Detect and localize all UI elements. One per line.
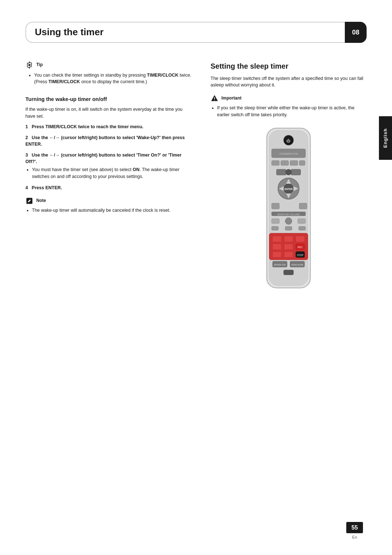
svg-text:MONITOR VOLUME: MONITOR VOLUME: [277, 213, 300, 215]
svg-rect-34: [273, 236, 281, 242]
important-header: Important: [211, 94, 367, 102]
important-content: If you set the sleep timer while either …: [211, 105, 367, 118]
svg-rect-35: [284, 236, 293, 242]
page-title: Using the timer: [35, 25, 357, 39]
svg-rect-41: [273, 251, 281, 257]
svg-point-2: [214, 100, 215, 101]
step-4-title: 4 Press ENTER.: [25, 185, 192, 191]
svg-rect-11: [290, 161, 298, 165]
svg-rect-30: [271, 226, 278, 230]
side-english-label: English: [379, 116, 392, 160]
header-bar: Using the timer 08: [25, 22, 367, 43]
svg-rect-23: [271, 203, 279, 209]
tip-box: Tip You can check the timer settings in …: [25, 61, 192, 86]
content-columns: Tip You can check the timer settings in …: [25, 61, 367, 290]
chapter-badge: 08: [345, 22, 367, 43]
right-column: Setting the sleep timer The sleep timer …: [211, 61, 367, 290]
note-content: The wake-up timer will automatically be …: [25, 207, 192, 214]
svg-rect-24: [299, 203, 307, 209]
svg-rect-9: [271, 161, 279, 165]
note-header: Note: [25, 197, 192, 205]
svg-text:ENTER: ENTER: [285, 188, 293, 190]
step-4: 4 Press ENTER.: [25, 185, 192, 191]
left-column: Tip You can check the timer settings in …: [25, 61, 192, 290]
page-language: En: [352, 535, 357, 540]
svg-text:⏻: ⏻: [287, 138, 291, 143]
wake-up-intro: If the wake-up timer is on, it will swit…: [25, 106, 192, 120]
note-icon: [25, 197, 33, 205]
svg-text:REC: REC: [298, 246, 303, 248]
sleep-intro: The sleep timer switches off the system …: [211, 75, 367, 89]
note-label: Note: [36, 198, 46, 204]
svg-rect-32: [299, 226, 306, 230]
tip-header: Tip: [25, 61, 192, 69]
step-2-title: 2 Use the ←/→ (cursor left/right) button…: [25, 134, 192, 147]
svg-rect-13: [277, 169, 286, 175]
page-footer: 55 En: [346, 522, 363, 540]
svg-point-28: [285, 218, 292, 224]
svg-rect-27: [271, 219, 279, 223]
svg-point-15: [286, 169, 291, 175]
note-box: Note The wake-up timer will automaticall…: [25, 197, 192, 214]
svg-rect-49: [284, 270, 294, 275]
important-label: Important: [221, 95, 241, 101]
svg-rect-10: [281, 161, 289, 165]
important-icon: [211, 94, 219, 102]
svg-rect-36: [296, 236, 305, 242]
step-1: 1 Press TIMER/CLOCK twice to reach the t…: [25, 123, 192, 130]
svg-text:STOP: STOP: [297, 254, 304, 256]
svg-rect-29: [298, 219, 305, 223]
tip-label: Tip: [36, 62, 43, 68]
svg-rect-14: [291, 169, 301, 175]
sleep-title: Setting the sleep timer: [211, 61, 367, 72]
step-3-body: You must have the timer set (see above) …: [25, 166, 192, 180]
svg-rect-42: [284, 251, 293, 257]
svg-text:NOVE ALOW: NOVE ALOW: [291, 264, 303, 266]
step-3-title: 3 Use the ←/→ (cursor left/right) button…: [25, 152, 192, 165]
remote-svg: ⏻ STANDBY/ON: [260, 126, 318, 290]
tip-content: You can check the timer settings in stan…: [25, 72, 192, 86]
step-1-title: 1 Press TIMER/CLOCK twice to reach the t…: [25, 123, 192, 130]
svg-rect-31: [285, 226, 292, 230]
svg-rect-37: [273, 244, 281, 250]
svg-text:STANDBY/ON: STANDBY/ON: [279, 152, 298, 155]
step-3: 3 Use the ←/→ (cursor left/right) button…: [25, 152, 192, 180]
remote-illustration: ⏻ STANDBY/ON: [211, 126, 367, 290]
svg-rect-38: [284, 244, 293, 250]
important-box: Important If you set the sleep timer whi…: [211, 94, 367, 118]
step-2: 2 Use the ←/→ (cursor left/right) button…: [25, 134, 192, 147]
tip-icon: [25, 61, 33, 69]
svg-rect-12: [299, 161, 305, 165]
page-container: English Using the timer 08 Tip: [0, 0, 392, 555]
page-number-badge: 55: [346, 522, 363, 533]
svg-text:ENTER+TLB: ENTER+TLB: [274, 264, 286, 266]
svg-point-0: [28, 64, 30, 66]
wake-up-heading: Turning the wake-up timer on/off: [25, 96, 192, 103]
